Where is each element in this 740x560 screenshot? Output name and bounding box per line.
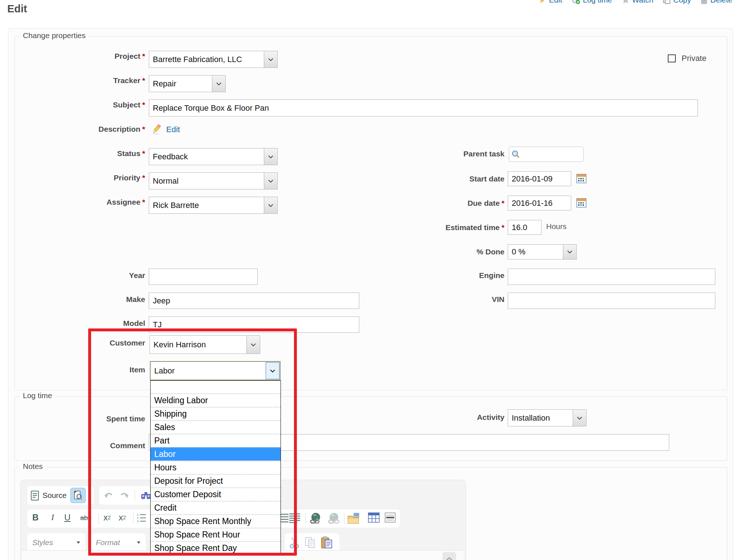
status-label: Status* <box>0 149 145 158</box>
project-select[interactable]: Barrette Fabrication, LLC <box>149 51 278 68</box>
link-icon[interactable] <box>310 512 322 524</box>
copy-action-link[interactable]: Copy <box>663 0 691 4</box>
watch-action-link[interactable]: Watch <box>622 0 654 4</box>
status-select-value: Feedback <box>149 148 264 165</box>
activity-select-value: Installation <box>508 410 573 426</box>
due-date-input[interactable]: 2016-01-16 <box>508 196 571 210</box>
vin-input[interactable] <box>508 293 715 309</box>
project-label: Project* <box>0 52 145 61</box>
estimated-time-label: Estimated time* <box>359 223 504 232</box>
chevron-up-icon <box>446 557 453 560</box>
year-input[interactable] <box>149 269 258 285</box>
priority-select[interactable]: Normal <box>149 172 278 189</box>
log-time-legend: Log time <box>20 391 55 400</box>
copy-icon[interactable] <box>305 537 316 548</box>
engine-label: Engine <box>359 271 504 280</box>
priority-select-value: Normal <box>149 173 264 189</box>
make-input[interactable]: Jeep <box>149 293 359 309</box>
chevron-down-icon <box>264 197 277 213</box>
subject-label: Subject* <box>0 101 145 109</box>
issue-edit-page: Edit Log time Watch Copy Delete E <box>0 0 740 560</box>
tracker-label: Tracker* <box>0 76 145 85</box>
action-label: Log time <box>583 0 612 4</box>
styles-dropdown-label: Styles <box>32 538 53 547</box>
annotation-highlight-box <box>88 328 297 556</box>
pencil-icon <box>539 0 547 4</box>
calendar-icon[interactable] <box>576 197 587 208</box>
scroll-up-button[interactable] <box>442 552 456 560</box>
horizontal-rule-icon[interactable] <box>385 512 396 523</box>
activity-label: Activity <box>359 413 504 422</box>
action-label: Edit <box>549 0 562 4</box>
italic-button[interactable]: I <box>51 512 54 522</box>
chevron-down-icon <box>563 245 576 259</box>
description-edit-link[interactable]: Edit <box>166 125 180 134</box>
vin-label: VIN <box>359 295 504 304</box>
pencil-icon <box>151 123 162 135</box>
estimated-time-suffix: Hours <box>546 222 567 231</box>
activity-select[interactable]: Installation <box>508 409 586 426</box>
percent-done-select[interactable]: 0 % <box>508 244 577 259</box>
table-icon[interactable] <box>368 512 380 523</box>
paste-icon[interactable] <box>321 536 332 549</box>
parent-task-label: Parent task <box>359 150 504 158</box>
estimated-time-input[interactable]: 16.0 <box>508 220 541 235</box>
action-label: Copy <box>673 0 691 4</box>
assignee-select[interactable]: Rick Barrette <box>149 197 278 214</box>
chevron-down-icon <box>76 541 81 544</box>
page-title: Edit <box>7 3 27 15</box>
start-date-label: Start date <box>359 175 504 183</box>
template-preview-icon <box>74 491 82 500</box>
status-select[interactable]: Feedback <box>149 148 278 165</box>
percent-done-label: % Done <box>359 248 504 256</box>
assignee-label: Assignee* <box>0 198 145 207</box>
private-label: Private <box>682 54 706 63</box>
assignee-select-value: Rick Barrette <box>149 197 264 213</box>
source-button[interactable]: Source <box>42 491 67 500</box>
tracker-select-value: Repair <box>149 75 212 92</box>
due-date-label: Due date* <box>359 199 504 208</box>
parent-task-input[interactable] <box>509 147 584 162</box>
subject-input[interactable]: Replace Torque Box & Floor Pan <box>149 99 698 117</box>
year-label: Year <box>0 271 145 280</box>
bold-button[interactable]: B <box>32 512 38 523</box>
chevron-down-icon <box>264 148 277 165</box>
star-icon <box>622 0 630 4</box>
action-label: Delete <box>710 0 732 4</box>
action-label: Watch <box>632 0 654 4</box>
calendar-icon[interactable] <box>576 173 587 184</box>
model-label: Model <box>0 319 145 328</box>
image-icon[interactable] <box>347 512 361 525</box>
make-label: Make <box>0 295 145 304</box>
description-label: Description* <box>0 125 145 134</box>
notes-legend: Notes <box>20 462 46 471</box>
private-checkbox[interactable] <box>668 54 676 62</box>
start-date-input[interactable]: 2016-01-09 <box>508 171 571 186</box>
editor-source-group: Source <box>27 486 94 505</box>
percent-done-select-value: 0 % <box>508 245 563 259</box>
styles-dropdown[interactable]: Styles <box>27 533 86 552</box>
log-time-action-link[interactable]: Log time <box>572 0 612 4</box>
engine-input[interactable] <box>508 269 715 285</box>
change-properties-legend: Change properties <box>20 31 89 40</box>
issue-action-bar: Edit Log time Watch Copy Delete <box>539 0 732 4</box>
edit-action-link[interactable]: Edit <box>539 0 562 4</box>
chevron-down-icon <box>264 173 277 189</box>
search-icon <box>511 150 520 159</box>
toolbar-divider <box>344 513 344 524</box>
underline-button[interactable]: U <box>64 512 70 523</box>
templates-button[interactable] <box>70 488 86 503</box>
chevron-down-icon <box>212 75 225 92</box>
toolbar-divider <box>305 513 306 524</box>
unlink-icon[interactable] <box>328 512 340 524</box>
delete-action-link[interactable]: Delete <box>700 0 732 4</box>
chevron-down-icon <box>573 410 586 426</box>
priority-label: Priority* <box>0 173 145 182</box>
chevron-down-icon <box>264 51 277 68</box>
project-select-value: Barrette Fabrication, LLC <box>149 51 264 68</box>
trash-icon <box>700 0 708 4</box>
tracker-select[interactable]: Repair <box>149 75 226 92</box>
source-document-icon <box>31 491 39 500</box>
copy-icon <box>663 0 671 4</box>
subject-input-value: Replace Torque Box & Floor Pan <box>153 103 269 113</box>
